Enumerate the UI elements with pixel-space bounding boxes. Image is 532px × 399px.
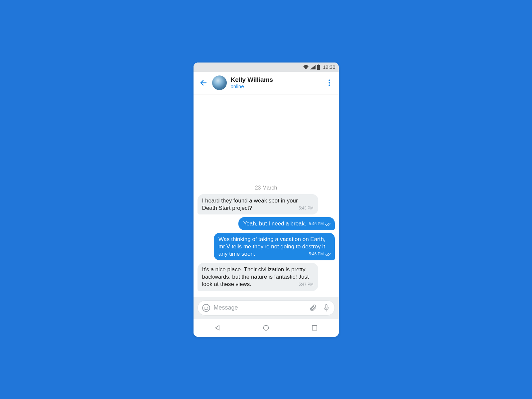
date-separator: 23 March: [255, 185, 277, 191]
svg-point-3: [329, 79, 330, 81]
emoji-icon[interactable]: [200, 302, 212, 314]
svg-rect-13: [312, 326, 317, 330]
chat-area[interactable]: 23 March I heard they found a weak spot …: [194, 94, 339, 297]
svg-point-7: [204, 307, 205, 308]
wifi-icon: [303, 65, 309, 69]
message-bubble-outgoing[interactable]: Yeah, but I need a break. 5:46 PM: [238, 217, 334, 230]
contact-info[interactable]: Kelly Williams online: [231, 76, 325, 90]
battery-icon: [317, 65, 320, 70]
message-time: 5:46 PM: [309, 252, 324, 257]
message-text: I heard they found a weak spot in your D…: [202, 198, 298, 211]
attachment-icon[interactable]: [307, 302, 319, 314]
status-time: 12:30: [323, 64, 335, 70]
svg-point-4: [329, 82, 330, 83]
cell-signal-icon: [310, 65, 316, 69]
status-bar: 12:30: [194, 63, 339, 72]
message-bubble-outgoing[interactable]: Was thinking of taking a vacation on Ear…: [214, 233, 334, 260]
svg-rect-0: [317, 65, 320, 70]
phone-frame: 12:30 Kelly Williams online 23 March I h…: [194, 63, 339, 337]
chat-header: Kelly Williams online: [194, 72, 339, 94]
contact-status: online: [231, 83, 325, 89]
svg-marker-11: [215, 326, 219, 330]
message-meta: 5:46 PM: [309, 221, 330, 227]
more-options-button[interactable]: [325, 76, 334, 89]
message-bubble-incoming[interactable]: I heard they found a weak spot in your D…: [198, 194, 318, 214]
back-button[interactable]: [198, 77, 209, 88]
message-time: 5:43 PM: [299, 206, 314, 211]
svg-point-12: [263, 326, 268, 331]
message-time: 5:47 PM: [299, 282, 314, 287]
composer-pill: [198, 300, 335, 316]
message-meta: 5:46 PM: [309, 252, 330, 257]
contact-name: Kelly Williams: [231, 76, 325, 84]
svg-point-8: [207, 307, 208, 308]
nav-home-button[interactable]: [259, 321, 273, 334]
nav-recents-button[interactable]: [308, 321, 321, 334]
message-text: Yeah, but I need a break.: [243, 220, 306, 227]
avatar[interactable]: [212, 75, 227, 90]
read-receipt-icon: [325, 222, 330, 226]
message-bubble-incoming[interactable]: It's a nice place. Their civilization is…: [198, 263, 318, 291]
svg-rect-9: [325, 304, 327, 308]
message-meta: 5:47 PM: [299, 282, 314, 287]
message-time: 5:46 PM: [309, 221, 324, 227]
nav-back-button[interactable]: [211, 321, 224, 334]
svg-rect-1: [318, 65, 319, 65]
read-receipt-icon: [325, 253, 330, 256]
android-nav-bar: [194, 319, 339, 337]
microphone-icon[interactable]: [321, 302, 332, 314]
svg-point-6: [202, 304, 210, 312]
composer-bar: [194, 297, 339, 319]
message-input[interactable]: [214, 304, 305, 311]
message-meta: 5:43 PM: [299, 206, 314, 211]
svg-point-5: [329, 84, 330, 86]
message-text: It's a nice place. Their civilization is…: [202, 266, 309, 287]
